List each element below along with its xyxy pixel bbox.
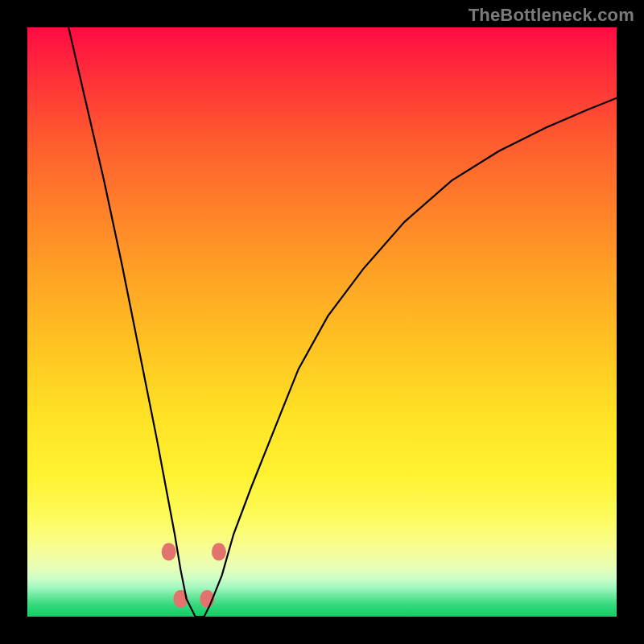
chart-frame: TheBottleneck.com xyxy=(0,0,644,644)
left-upper-marker xyxy=(162,543,176,561)
markers-group xyxy=(162,543,226,609)
right-upper-marker xyxy=(212,543,226,561)
watermark-text: TheBottleneck.com xyxy=(469,5,634,26)
plot-area xyxy=(27,27,617,617)
bottleneck-curve xyxy=(68,27,617,617)
curve-layer xyxy=(27,27,617,617)
